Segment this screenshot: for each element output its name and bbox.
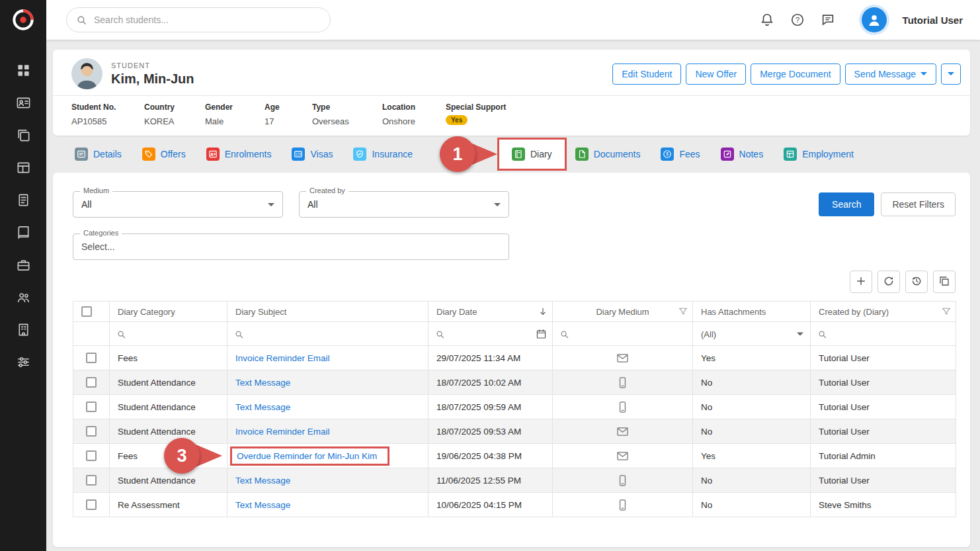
send-message-button[interactable]: Send Message bbox=[845, 64, 936, 85]
tab-employment[interactable]: Employment bbox=[784, 148, 854, 161]
row-checkbox[interactable] bbox=[86, 377, 97, 388]
diary-category-cell: Re Assessment bbox=[110, 493, 227, 517]
help-icon[interactable]: ? bbox=[790, 13, 805, 27]
medium-select-label: Medium bbox=[80, 187, 112, 194]
row-checkbox[interactable] bbox=[86, 353, 97, 363]
diary-subject-link[interactable]: Text Message bbox=[235, 402, 290, 412]
sort-descending-icon[interactable] bbox=[538, 306, 548, 317]
diary-subject-link[interactable]: Text Message bbox=[235, 476, 290, 486]
info-value: 17 bbox=[265, 116, 312, 126]
tab-enrolments[interactable]: Enrolments bbox=[206, 148, 272, 161]
row-select-cell bbox=[73, 419, 110, 444]
created-by-cell: Tutorial User bbox=[811, 468, 956, 493]
user-avatar[interactable] bbox=[862, 7, 887, 32]
search-input[interactable] bbox=[94, 15, 321, 25]
filter-funnel-icon[interactable] bbox=[941, 306, 952, 317]
has-attachments-filter[interactable]: (All) bbox=[693, 322, 811, 346]
column-header-created-by-diary[interactable]: Created by (Diary) bbox=[811, 302, 956, 322]
row-checkbox[interactable] bbox=[86, 426, 97, 437]
student-info-gender: GenderMale bbox=[205, 103, 265, 126]
student-search[interactable] bbox=[66, 7, 331, 32]
organisation-icon bbox=[16, 322, 31, 337]
created-by-select-value: All bbox=[307, 199, 318, 210]
medium-select[interactable]: Medium All bbox=[73, 191, 283, 218]
tab-visas[interactable]: 123Visas bbox=[292, 148, 333, 161]
diary-table-row: Re AssessmentText Message10/06/2025 04:1… bbox=[73, 493, 956, 517]
diary-medium-filter[interactable] bbox=[553, 322, 693, 346]
page: ? Tutorial User bbox=[0, 0, 980, 551]
tab-details[interactable]: Details bbox=[75, 148, 122, 161]
sidebar-item-pages[interactable] bbox=[0, 119, 46, 151]
search-button[interactable]: Search bbox=[819, 192, 874, 216]
diary-subject-link[interactable]: Text Message bbox=[235, 500, 290, 510]
duplicate-button[interactable] bbox=[933, 271, 956, 293]
created-by-diary-filter[interactable] bbox=[811, 322, 956, 346]
add-button[interactable] bbox=[850, 271, 872, 293]
sidebar-item-layout[interactable] bbox=[0, 151, 46, 184]
row-checkbox[interactable] bbox=[86, 450, 97, 461]
sidebar-item-organisation[interactable] bbox=[0, 314, 46, 346]
notifications-bell-icon[interactable] bbox=[760, 13, 774, 27]
details-tab-icon bbox=[75, 148, 88, 161]
notes-tab-icon bbox=[721, 148, 734, 161]
diary-medium-cell bbox=[553, 444, 693, 468]
diary-subject-filter[interactable] bbox=[227, 322, 429, 346]
more-actions-button[interactable] bbox=[941, 64, 961, 85]
sidebar-item-invoice[interactable] bbox=[0, 184, 46, 216]
student-info-location: LocationOnshore bbox=[382, 103, 446, 126]
email-envelope-icon bbox=[616, 425, 629, 438]
sidebar-item-student-card[interactable] bbox=[0, 87, 46, 119]
tab-diary[interactable]: 1Diary bbox=[497, 138, 567, 171]
app-logo-icon bbox=[11, 7, 36, 32]
tab-offers[interactable]: Offers bbox=[142, 148, 186, 161]
status-badge: Yes bbox=[446, 115, 468, 125]
row-checkbox[interactable] bbox=[86, 475, 97, 486]
diary-subject-cell: Text Message bbox=[227, 395, 429, 419]
chat-icon[interactable] bbox=[821, 13, 835, 27]
row-checkbox[interactable] bbox=[86, 499, 97, 510]
column-header-diary-category[interactable]: Diary Category bbox=[110, 302, 227, 322]
diary-subject-link[interactable]: Invoice Reminder Email bbox=[235, 353, 330, 363]
column-header-has-attachments[interactable]: Has Attachments bbox=[693, 302, 811, 322]
app-logo[interactable] bbox=[0, 0, 46, 40]
categories-select[interactable]: Categories Select... bbox=[73, 233, 509, 260]
diary-subject-link[interactable]: Overdue Reminder for Min-Jun Kim bbox=[230, 446, 389, 466]
people-icon bbox=[16, 290, 31, 305]
select-all-cell bbox=[73, 302, 110, 322]
diary-medium-cell bbox=[553, 346, 693, 370]
diary-table-row: Student AttendanceText Message11/06/2025… bbox=[73, 468, 956, 493]
column-header-diary-subject[interactable]: Diary Subject bbox=[227, 302, 429, 322]
search-icon bbox=[234, 329, 244, 339]
calendar-icon[interactable] bbox=[536, 328, 547, 339]
diary-subject-link[interactable]: Invoice Reminder Email bbox=[235, 427, 330, 437]
tab-fees[interactable]: $Fees bbox=[661, 148, 700, 161]
tab-documents[interactable]: Documents bbox=[575, 148, 641, 161]
tab-insurance[interactable]: Insurance bbox=[353, 148, 412, 161]
edit-student-label: Edit Student bbox=[622, 69, 672, 79]
new-offer-button[interactable]: New Offer bbox=[686, 64, 746, 85]
row-checkbox[interactable] bbox=[86, 402, 97, 412]
main-content: STUDENT Kim, Min-Jun Edit Student New Of… bbox=[53, 50, 970, 547]
diary-subject-link[interactable]: Text Message bbox=[235, 378, 290, 388]
diary-category-filter[interactable] bbox=[110, 322, 227, 346]
history-button[interactable] bbox=[905, 271, 928, 293]
diary-medium-cell bbox=[553, 370, 693, 395]
refresh-button[interactable] bbox=[878, 271, 900, 293]
diary-date-filter[interactable] bbox=[429, 322, 553, 346]
select-all-checkbox[interactable] bbox=[81, 306, 92, 317]
filter-funnel-icon[interactable] bbox=[678, 306, 688, 317]
tab-notes[interactable]: Notes bbox=[721, 148, 764, 161]
column-header-diary-medium[interactable]: Diary Medium bbox=[553, 302, 693, 322]
merge-document-button[interactable]: Merge Document bbox=[751, 64, 840, 85]
sidebar-item-dashboard[interactable] bbox=[0, 54, 46, 87]
sidebar-item-book[interactable] bbox=[0, 216, 46, 249]
sidebar-item-briefcase[interactable] bbox=[0, 249, 46, 281]
edit-student-button[interactable]: Edit Student bbox=[612, 64, 681, 85]
reset-filters-button[interactable]: Reset Filters bbox=[881, 192, 956, 216]
sidebar-item-settings[interactable] bbox=[0, 346, 46, 378]
diary-medium-cell bbox=[553, 493, 693, 517]
user-name[interactable]: Tutorial User bbox=[903, 15, 963, 26]
column-header-diary-date[interactable]: Diary Date bbox=[429, 302, 553, 322]
created-by-select[interactable]: Created by All bbox=[299, 191, 509, 218]
sidebar-item-people[interactable] bbox=[0, 281, 46, 314]
